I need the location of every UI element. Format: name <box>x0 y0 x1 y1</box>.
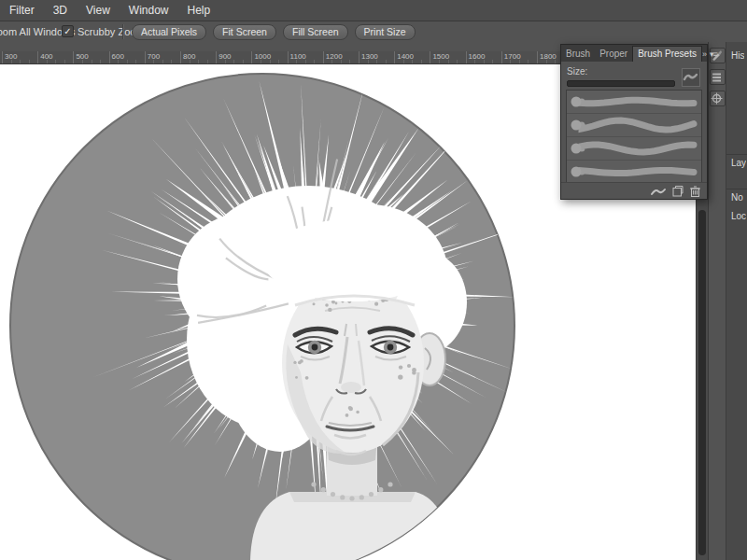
menu-filter[interactable]: Filter <box>0 0 44 21</box>
tab-properties[interactable]: Proper <box>595 47 632 62</box>
lock-label: Loc <box>731 211 746 221</box>
clone-source-panel-icon[interactable] <box>710 91 726 106</box>
collapsed-panel-icon-strip <box>708 42 726 560</box>
dock-separator <box>726 189 747 189</box>
size-label: Size: <box>567 66 587 77</box>
options-divider <box>122 24 124 39</box>
brush-preset-item[interactable] <box>567 161 701 184</box>
dock-separator <box>726 154 747 155</box>
scrollbar-thumb[interactable] <box>698 210 706 555</box>
tab-overflow-icon[interactable]: » <box>702 49 706 59</box>
menu-window[interactable]: Window <box>120 0 178 21</box>
brush-preset-item[interactable] <box>567 137 701 161</box>
delete-preset-icon[interactable] <box>690 186 700 197</box>
history-panel-tab[interactable]: His <box>731 50 744 61</box>
tab-brush[interactable]: Brush <box>561 47 595 62</box>
actual-pixels-button[interactable]: Actual Pixels <box>132 24 206 40</box>
brush-presets-panel-icon[interactable] <box>710 69 726 85</box>
layers-panel-tab[interactable]: Lay <box>731 158 746 168</box>
tab-brush-presets[interactable]: Brush Presets <box>632 46 702 62</box>
new-preset-icon[interactable] <box>672 186 684 197</box>
options-bar: Zoom All Windows ✓ Scrubby Zoom Actual P… <box>0 21 747 42</box>
checkmark-icon: ✓ <box>62 25 74 37</box>
ruler-tick-label: 1100 <box>290 52 306 61</box>
brush-presets-panel: Brush Proper Brush Presets » ▾≡ Size: <box>560 44 708 200</box>
zoom-buttons: Actual Pixels Fit Screen Fill Screen Pri… <box>132 24 422 40</box>
panel-footer <box>561 182 707 199</box>
notes-panel-tab[interactable]: No <box>731 192 743 203</box>
fill-screen-button[interactable]: Fill Screen <box>283 24 348 40</box>
brush-preset-item[interactable] <box>567 91 701 114</box>
brush-preset-item[interactable] <box>567 114 701 137</box>
menu-help[interactable]: Help <box>178 0 220 21</box>
panel-tabstrip: Brush Proper Brush Presets » ▾≡ <box>561 45 707 62</box>
fit-screen-button[interactable]: Fit Screen <box>213 24 276 40</box>
menu-bar: Filter 3D View Window Help <box>0 0 747 21</box>
brush-preview-toggle[interactable] <box>682 68 700 87</box>
brush-size-slider[interactable] <box>567 80 675 87</box>
print-size-button[interactable]: Print Size <box>355 24 416 40</box>
stroke-thumbnail-icon[interactable] <box>651 186 666 197</box>
panel-menu-icon[interactable]: ▾≡ <box>710 49 717 59</box>
menu-3d[interactable]: 3D <box>44 0 77 21</box>
collapsed-panel-labels: His Lay No Loc <box>726 42 747 560</box>
brush-preset-list <box>566 90 702 184</box>
menu-view[interactable]: View <box>77 0 120 21</box>
hairline <box>263 219 443 301</box>
